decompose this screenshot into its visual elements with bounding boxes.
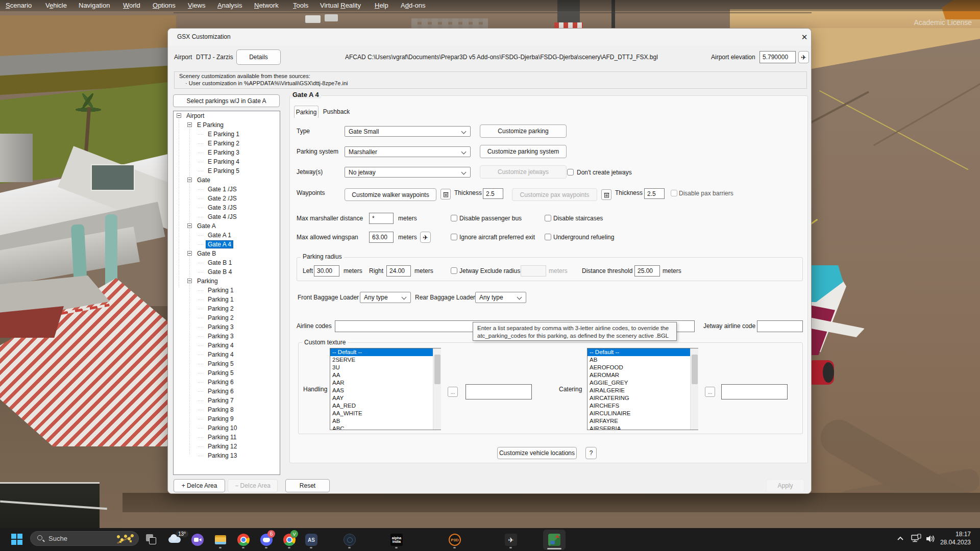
front-loader-dropdown[interactable]: Any type — [360, 292, 411, 303]
list-item[interactable]: -- Default -- — [587, 348, 698, 356]
list-item[interactable]: AAS — [330, 387, 440, 394]
list-item[interactable]: AIRSERBIA — [587, 425, 698, 430]
list-item[interactable]: AEROMAR — [587, 371, 698, 379]
tree-item[interactable]: Parking 2 — [174, 313, 280, 322]
menu-options[interactable]: Options — [153, 0, 176, 11]
file-explorer-icon[interactable] — [214, 534, 227, 546]
tray-clock-date[interactable]: 28.04.2023 — [929, 539, 971, 546]
jetway-airline-input[interactable] — [757, 320, 803, 332]
tree-item[interactable]: E Parking 3 — [174, 148, 280, 157]
weather-widget[interactable]: 13° — [168, 531, 189, 547]
elevation-input[interactable]: 5.790000 — [760, 51, 796, 63]
help-button[interactable]: ? — [585, 447, 597, 459]
customize-pax-waypoints-button[interactable]: Customize pax waypoints — [512, 188, 597, 201]
tree-item[interactable]: Parking 1 — [174, 286, 280, 295]
list-item[interactable]: AEROFOOD — [587, 364, 698, 371]
handling-texture-input[interactable] — [465, 384, 532, 399]
customize-jetways-button[interactable]: Customize jetways — [480, 165, 567, 179]
catering-texture-input[interactable] — [721, 384, 788, 399]
jetways-dropdown[interactable]: No jetway — [345, 167, 471, 178]
list-item[interactable]: AAR — [330, 379, 440, 387]
tree-item[interactable]: Gate 4 /JS — [174, 212, 280, 221]
customize-parking-button[interactable]: Customize parking — [480, 124, 567, 138]
tree-item[interactable]: E Parking 5 — [174, 166, 280, 176]
list-item[interactable]: 2SERVE — [330, 356, 440, 364]
menu-network[interactable]: Network — [254, 0, 279, 11]
parking-system-dropdown[interactable]: Marshaller — [345, 146, 471, 157]
menu-help[interactable]: Help — [375, 0, 388, 11]
menu-tools[interactable]: Tools — [293, 0, 308, 11]
customize-walker-waypoints-button[interactable]: Customize walker waypoints — [345, 188, 436, 201]
remove-deice-area-button[interactable]: − DeIce Area — [228, 479, 278, 492]
tree-item[interactable]: Parking 10 — [174, 423, 280, 433]
list-item[interactable]: AIRFAYRE — [587, 417, 698, 425]
tree-item[interactable]: Gate B — [174, 249, 280, 258]
disable-passenger-bus-checkbox[interactable] — [451, 215, 457, 221]
tree-item[interactable]: Parking 6 — [174, 387, 280, 396]
tree-item[interactable]: Parking 6 — [174, 378, 280, 387]
rear-loader-dropdown[interactable]: Any type — [475, 292, 526, 303]
walker-thickness-input[interactable]: 2.5 — [483, 188, 503, 199]
tree-item[interactable]: Gate 1 /JS — [174, 185, 280, 194]
tree-item[interactable]: Gate A 1 — [174, 231, 280, 240]
collapse-icon[interactable] — [177, 113, 181, 118]
right-radius-input[interactable]: 24.00 — [386, 265, 411, 277]
dialog-titlebar[interactable] — [168, 29, 811, 46]
tree-item[interactable]: Gate A — [174, 221, 280, 231]
menu-world[interactable]: World — [123, 0, 140, 11]
select-parkings-button[interactable]: Select parkings w/J in Gate A — [173, 94, 280, 107]
ignore-preferred-exit-checkbox[interactable] — [451, 234, 457, 240]
collapse-icon[interactable] — [187, 223, 192, 228]
handling-scrollbar[interactable] — [433, 348, 441, 430]
pax-trash-button[interactable] — [601, 189, 611, 200]
distance-threshold-input[interactable]: 25.00 — [634, 265, 660, 277]
list-item[interactable]: 3U — [330, 364, 440, 371]
add-deice-area-button[interactable]: + DeIce Area — [174, 479, 225, 492]
list-item[interactable]: AGGIE_GREY — [587, 379, 698, 387]
list-item[interactable]: AA_WHITE — [330, 410, 440, 417]
tab-parking[interactable]: Parking — [294, 106, 318, 118]
tree-item[interactable]: Parking 4 — [174, 341, 280, 350]
tree-item[interactable]: Parking 3 — [174, 322, 280, 332]
catering-scrollbar[interactable] — [690, 348, 698, 430]
tree-item[interactable]: Airport — [174, 111, 280, 120]
pax-thickness-input[interactable]: 2.5 — [644, 188, 665, 199]
wingspan-plane-button[interactable]: ✈ — [420, 232, 431, 243]
elevation-plane-button[interactable]: ✈ — [798, 51, 809, 63]
parking-tree[interactable]: Airport E Parking E Parking 1 E Parking … — [173, 111, 280, 475]
menu-analysis[interactable]: Analysis — [217, 0, 242, 11]
customize-vehicle-locations-button[interactable]: Customize vehicle locations — [497, 447, 577, 459]
tree-item[interactable]: Parking 7 — [174, 396, 280, 405]
tree-item[interactable]: Gate — [174, 176, 280, 185]
tree-item[interactable]: Parking 8 — [174, 405, 280, 414]
chrome-icon[interactable] — [237, 534, 250, 546]
tree-item[interactable]: Gate A 4 — [174, 240, 280, 249]
list-item[interactable]: ABC — [330, 425, 440, 430]
dont-create-jetways-checkbox[interactable] — [567, 169, 574, 176]
collapse-icon[interactable] — [187, 279, 192, 283]
camera-app-icon[interactable] — [191, 534, 204, 546]
tree-item[interactable]: E Parking 4 — [174, 157, 280, 166]
tree-item[interactable]: Parking 2 — [174, 304, 280, 313]
gsx-app-active[interactable] — [543, 530, 566, 550]
p3d-app-icon[interactable]: P3D — [449, 534, 461, 546]
tree-item[interactable]: Parking — [174, 277, 280, 286]
list-item[interactable]: AIRCULINAIRE — [587, 410, 698, 417]
tree-item[interactable]: Gate 2 /JS — [174, 194, 280, 203]
tree-item[interactable]: Gate B 1 — [174, 258, 280, 267]
menu-scenario[interactable]: Scenario — [6, 0, 32, 11]
walker-trash-button[interactable] — [440, 189, 451, 199]
tree-item[interactable]: E Parking — [174, 120, 280, 130]
list-item[interactable]: AA_RED — [330, 402, 440, 410]
catering-listbox[interactable]: -- Default --ABAEROFOODAEROMARAGGIE_GREY… — [587, 348, 698, 430]
menu-addons[interactable]: Add-ons — [401, 0, 425, 11]
underground-refueling-checkbox[interactable] — [545, 234, 551, 240]
handling-browse-button[interactable]: ... — [448, 387, 458, 397]
list-item[interactable]: AIRALGERIE — [587, 387, 698, 394]
plane-capture-icon[interactable]: ✈ — [505, 534, 517, 546]
tree-item[interactable]: E Parking 2 — [174, 139, 280, 148]
tree-item[interactable]: E Parking 1 — [174, 130, 280, 139]
close-icon[interactable]: ✕ — [798, 31, 811, 44]
list-item[interactable]: -- Default -- — [330, 348, 440, 356]
list-item[interactable]: AB — [330, 417, 440, 425]
